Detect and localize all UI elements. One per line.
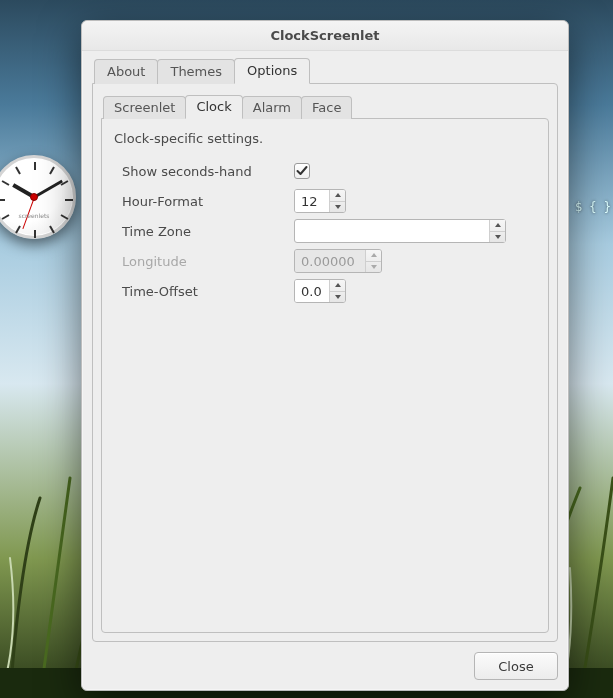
chevron-down-icon — [495, 235, 501, 239]
tab-screenlet[interactable]: Screenlet — [103, 96, 186, 119]
chevron-up-icon — [335, 283, 341, 287]
tab-clock-label: Clock — [196, 99, 231, 114]
longitude-spin — [294, 249, 382, 273]
tab-about[interactable]: About — [94, 59, 158, 84]
longitude-down-button — [366, 261, 381, 273]
chevron-up-icon — [335, 193, 341, 197]
outer-tabframe: Screenlet Clock Alarm Face Clock-specifi… — [92, 83, 558, 642]
inner-tabframe: Clock-specific settings. Show seconds-ha… — [101, 118, 549, 633]
time-zone-combobox[interactable] — [294, 219, 506, 243]
row-time-offset: Time-Offset — [114, 276, 536, 306]
tab-about-label: About — [107, 64, 145, 79]
time-offset-label: Time-Offset — [114, 284, 294, 299]
time-offset-down-button[interactable] — [330, 291, 345, 303]
chevron-up-icon — [495, 223, 501, 227]
show-seconds-label: Show seconds-hand — [114, 164, 294, 179]
tab-themes-label: Themes — [170, 64, 222, 79]
clockscreenlet-dialog: ClockScreenlet About Themes Options Scre… — [81, 20, 569, 691]
hour-format-spin[interactable] — [294, 189, 346, 213]
row-time-zone: Time Zone — [114, 216, 536, 246]
longitude-up-button — [366, 250, 381, 261]
time-zone-down-button[interactable] — [490, 231, 505, 243]
tab-face-label: Face — [312, 100, 341, 115]
hour-format-down-button[interactable] — [330, 201, 345, 213]
tab-face[interactable]: Face — [301, 96, 352, 119]
hour-format-label: Hour-Format — [114, 194, 294, 209]
tab-options[interactable]: Options — [234, 58, 310, 84]
clock-brand-label: screenlets — [0, 212, 73, 219]
time-zone-value — [295, 220, 489, 242]
longitude-label: Longitude — [114, 254, 294, 269]
window-title: ClockScreenlet — [82, 21, 568, 51]
outer-tabstrip: About Themes Options — [94, 57, 558, 83]
tab-alarm[interactable]: Alarm — [242, 96, 302, 119]
section-description: Clock-specific settings. — [114, 131, 536, 146]
row-show-seconds: Show seconds-hand — [114, 156, 536, 186]
hour-format-input[interactable] — [295, 190, 329, 212]
chevron-down-icon — [335, 205, 341, 209]
chevron-down-icon — [371, 265, 377, 269]
time-offset-up-button[interactable] — [330, 280, 345, 291]
time-zone-up-button[interactable] — [490, 220, 505, 231]
close-button-label: Close — [498, 659, 533, 674]
time-zone-label: Time Zone — [114, 224, 294, 239]
tab-options-label: Options — [247, 63, 297, 78]
hour-format-up-button[interactable] — [330, 190, 345, 201]
close-button[interactable]: Close — [474, 652, 558, 680]
chevron-down-icon — [335, 295, 341, 299]
tab-alarm-label: Alarm — [253, 100, 291, 115]
time-offset-spin[interactable] — [294, 279, 346, 303]
row-longitude: Longitude — [114, 246, 536, 276]
time-offset-input[interactable] — [295, 280, 329, 302]
checkmark-icon — [296, 165, 308, 177]
show-seconds-checkbox[interactable] — [294, 163, 310, 179]
chevron-up-icon — [371, 253, 377, 257]
tab-clock[interactable]: Clock — [185, 95, 242, 119]
tab-themes[interactable]: Themes — [157, 59, 235, 84]
inner-tabstrip: Screenlet Clock Alarm Face — [103, 94, 549, 118]
terminal-prompt-hint: $ { } — [575, 200, 611, 214]
tab-screenlet-label: Screenlet — [114, 100, 175, 115]
longitude-input — [295, 250, 365, 272]
dialog-footer: Close — [92, 642, 558, 680]
analog-clock-widget[interactable]: screenlets — [0, 155, 82, 245]
row-hour-format: Hour-Format — [114, 186, 536, 216]
